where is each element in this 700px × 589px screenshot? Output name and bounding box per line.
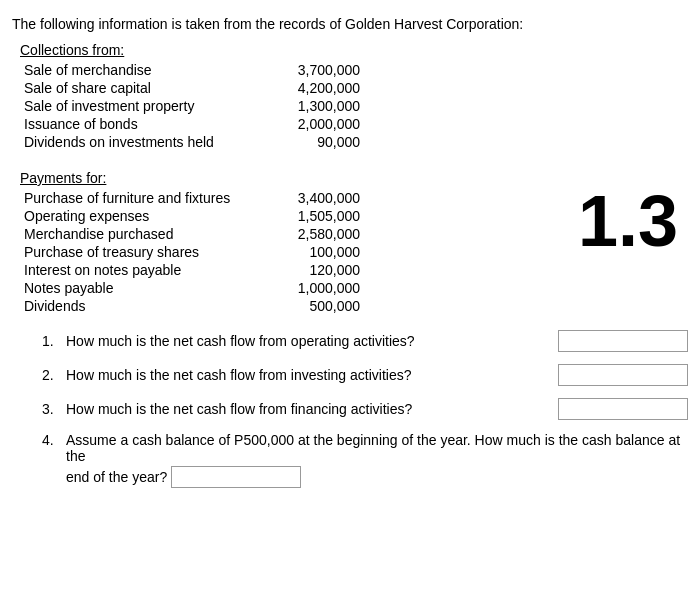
payment-value: 120,000 (260, 262, 360, 278)
collection-label: Dividends on investments held (20, 134, 260, 150)
payment-value: 1,000,000 (260, 280, 360, 296)
payment-value: 1,505,000 (260, 208, 360, 224)
question-number: 1. (42, 333, 60, 349)
question-row-4: 4. Assume a cash balance of P500,000 at … (42, 432, 688, 488)
question-text-cont: end of the year? (66, 469, 171, 485)
collection-label: Sale of share capital (20, 80, 260, 96)
collection-value: 90,000 (260, 134, 360, 150)
payment-row: Dividends 500,000 (12, 298, 688, 314)
question-number: 2. (42, 367, 60, 383)
question-text: How much is the net cash flow from inves… (66, 367, 550, 383)
collection-row: Sale of share capital 4,200,000 (12, 80, 688, 96)
collection-row: Issuance of bonds 2,000,000 (12, 116, 688, 132)
payment-label: Purchase of furniture and fixtures (20, 190, 260, 206)
question-number: 3. (42, 401, 60, 417)
answer-input-2[interactable] (558, 364, 688, 386)
collection-value: 2,000,000 (260, 116, 360, 132)
collection-row: Sale of investment property 1,300,000 (12, 98, 688, 114)
payment-value: 100,000 (260, 244, 360, 260)
collection-label: Sale of investment property (20, 98, 260, 114)
question-text: How much is the net cash flow from opera… (66, 333, 550, 349)
payment-label: Dividends (20, 298, 260, 314)
intro-text: The following information is taken from … (12, 16, 688, 32)
collection-label: Sale of merchandise (20, 62, 260, 78)
question-text: Assume a cash balance of P500,000 at the… (66, 432, 688, 464)
question-row-2: 2. How much is the net cash flow from in… (42, 364, 688, 386)
collection-value: 3,700,000 (260, 62, 360, 78)
collection-value: 4,200,000 (260, 80, 360, 96)
collections-label: Collections from: (20, 42, 688, 58)
question-text: How much is the net cash flow from finan… (66, 401, 550, 417)
collection-row: Dividends on investments held 90,000 (12, 134, 688, 150)
question-number: 4. (42, 432, 60, 448)
question-row-3: 3. How much is the net cash flow from fi… (42, 398, 688, 420)
payment-value: 2,580,000 (260, 226, 360, 242)
big-number-display: 1.3 (578, 180, 678, 262)
answer-input-3[interactable] (558, 398, 688, 420)
payment-label: Merchandise purchased (20, 226, 260, 242)
payment-value: 3,400,000 (260, 190, 360, 206)
payment-label: Notes payable (20, 280, 260, 296)
payment-label: Operating expenses (20, 208, 260, 224)
question-row-1: 1. How much is the net cash flow from op… (42, 330, 688, 352)
payment-label: Interest on notes payable (20, 262, 260, 278)
collection-label: Issuance of bonds (20, 116, 260, 132)
payment-row: Notes payable 1,000,000 (12, 280, 688, 296)
payment-row: Interest on notes payable 120,000 (12, 262, 688, 278)
answer-input-4[interactable] (171, 466, 301, 488)
payment-value: 500,000 (260, 298, 360, 314)
answer-input-1[interactable] (558, 330, 688, 352)
payment-label: Purchase of treasury shares (20, 244, 260, 260)
collection-row: Sale of merchandise 3,700,000 (12, 62, 688, 78)
collection-value: 1,300,000 (260, 98, 360, 114)
